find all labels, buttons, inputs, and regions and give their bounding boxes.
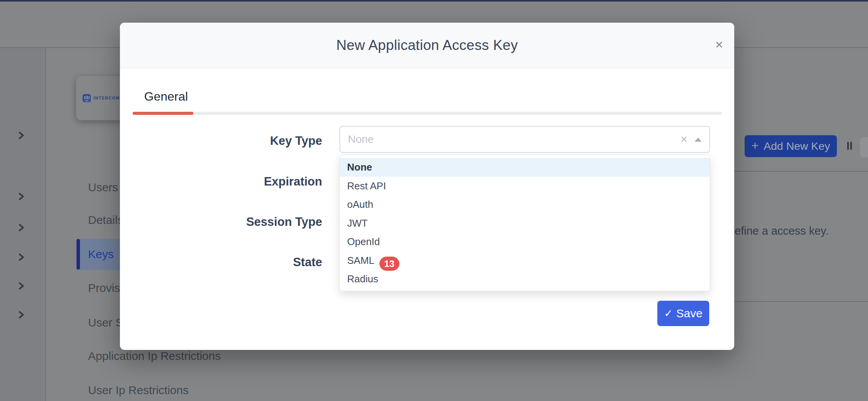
- key-type-select[interactable]: None ✕: [339, 126, 710, 153]
- new-access-key-modal: New Application Access Key ✕ General Key…: [120, 23, 734, 350]
- save-button[interactable]: ✓ Save: [657, 301, 709, 326]
- option-rest-api[interactable]: Rest API: [340, 177, 710, 196]
- saml-count-badge: 13: [379, 257, 399, 271]
- option-saml-label: SAML: [347, 255, 374, 266]
- option-openid[interactable]: OpenId: [340, 232, 710, 251]
- caret-up-icon[interactable]: [695, 138, 702, 142]
- option-oauth[interactable]: oAuth: [340, 195, 710, 214]
- tab-active-underline: [133, 112, 193, 115]
- check-icon: ✓: [664, 308, 673, 319]
- session-type-label: Session Type: [120, 215, 322, 229]
- clear-icon[interactable]: ✕: [680, 127, 688, 152]
- expiration-label: Expiration: [120, 174, 322, 189]
- tab-underline-track: [133, 112, 722, 115]
- modal-header: New Application Access Key: [120, 23, 734, 68]
- state-label: State: [120, 255, 322, 270]
- tab-general[interactable]: General: [144, 89, 188, 104]
- save-button-label: Save: [676, 307, 702, 320]
- option-saml[interactable]: SAML13: [340, 251, 710, 270]
- select-placeholder: None: [348, 127, 374, 152]
- option-none[interactable]: None: [340, 158, 710, 177]
- option-radius[interactable]: Radius: [340, 270, 710, 288]
- key-type-dropdown: None Rest API oAuth JWT OpenId SAML13 Ra…: [339, 154, 710, 291]
- modal-title: New Application Access Key: [336, 37, 518, 53]
- option-jwt[interactable]: JWT: [340, 214, 710, 233]
- key-type-label: Key Type: [120, 134, 322, 148]
- close-icon[interactable]: ✕: [715, 39, 723, 51]
